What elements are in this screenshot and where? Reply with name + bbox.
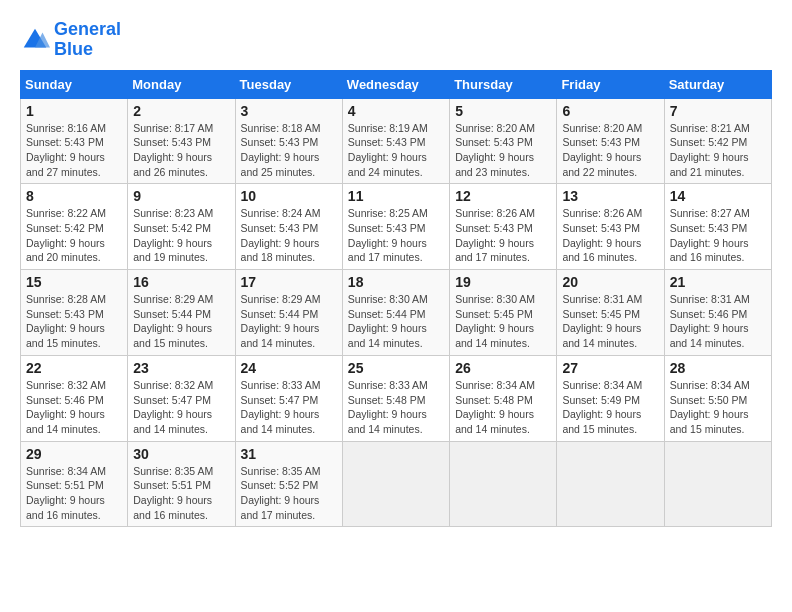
day-number: 1 — [26, 103, 122, 119]
logo: General Blue — [20, 20, 121, 60]
day-number: 16 — [133, 274, 229, 290]
calendar-cell: 25 Sunrise: 8:33 AM Sunset: 5:48 PM Dayl… — [342, 355, 449, 441]
calendar-cell — [664, 441, 771, 527]
calendar-cell: 27 Sunrise: 8:34 AM Sunset: 5:49 PM Dayl… — [557, 355, 664, 441]
day-info: Sunrise: 8:22 AM Sunset: 5:42 PM Dayligh… — [26, 206, 122, 265]
day-number: 9 — [133, 188, 229, 204]
calendar-cell: 2 Sunrise: 8:17 AM Sunset: 5:43 PM Dayli… — [128, 98, 235, 184]
day-number: 12 — [455, 188, 551, 204]
calendar-cell: 12 Sunrise: 8:26 AM Sunset: 5:43 PM Dayl… — [450, 184, 557, 270]
day-info: Sunrise: 8:23 AM Sunset: 5:42 PM Dayligh… — [133, 206, 229, 265]
day-of-week-header: Monday — [128, 70, 235, 98]
day-number: 17 — [241, 274, 337, 290]
calendar-cell: 26 Sunrise: 8:34 AM Sunset: 5:48 PM Dayl… — [450, 355, 557, 441]
calendar-week-row: 15 Sunrise: 8:28 AM Sunset: 5:43 PM Dayl… — [21, 270, 772, 356]
calendar-cell: 18 Sunrise: 8:30 AM Sunset: 5:44 PM Dayl… — [342, 270, 449, 356]
day-info: Sunrise: 8:21 AM Sunset: 5:42 PM Dayligh… — [670, 121, 766, 180]
day-of-week-header: Friday — [557, 70, 664, 98]
day-number: 24 — [241, 360, 337, 376]
day-number: 7 — [670, 103, 766, 119]
day-info: Sunrise: 8:16 AM Sunset: 5:43 PM Dayligh… — [26, 121, 122, 180]
day-number: 25 — [348, 360, 444, 376]
logo-text: General Blue — [54, 20, 121, 60]
day-info: Sunrise: 8:26 AM Sunset: 5:43 PM Dayligh… — [562, 206, 658, 265]
day-of-week-header: Saturday — [664, 70, 771, 98]
day-number: 18 — [348, 274, 444, 290]
calendar-cell — [342, 441, 449, 527]
day-number: 3 — [241, 103, 337, 119]
day-info: Sunrise: 8:32 AM Sunset: 5:46 PM Dayligh… — [26, 378, 122, 437]
day-number: 13 — [562, 188, 658, 204]
logo-icon — [20, 25, 50, 55]
calendar-cell: 6 Sunrise: 8:20 AM Sunset: 5:43 PM Dayli… — [557, 98, 664, 184]
calendar-cell: 21 Sunrise: 8:31 AM Sunset: 5:46 PM Dayl… — [664, 270, 771, 356]
calendar-cell: 4 Sunrise: 8:19 AM Sunset: 5:43 PM Dayli… — [342, 98, 449, 184]
calendar-cell — [557, 441, 664, 527]
day-number: 14 — [670, 188, 766, 204]
day-info: Sunrise: 8:32 AM Sunset: 5:47 PM Dayligh… — [133, 378, 229, 437]
day-info: Sunrise: 8:20 AM Sunset: 5:43 PM Dayligh… — [562, 121, 658, 180]
calendar-cell: 17 Sunrise: 8:29 AM Sunset: 5:44 PM Dayl… — [235, 270, 342, 356]
day-number: 19 — [455, 274, 551, 290]
day-info: Sunrise: 8:28 AM Sunset: 5:43 PM Dayligh… — [26, 292, 122, 351]
calendar-cell: 24 Sunrise: 8:33 AM Sunset: 5:47 PM Dayl… — [235, 355, 342, 441]
day-info: Sunrise: 8:29 AM Sunset: 5:44 PM Dayligh… — [241, 292, 337, 351]
calendar-cell — [450, 441, 557, 527]
day-number: 28 — [670, 360, 766, 376]
day-info: Sunrise: 8:30 AM Sunset: 5:45 PM Dayligh… — [455, 292, 551, 351]
day-info: Sunrise: 8:17 AM Sunset: 5:43 PM Dayligh… — [133, 121, 229, 180]
calendar-cell: 7 Sunrise: 8:21 AM Sunset: 5:42 PM Dayli… — [664, 98, 771, 184]
day-info: Sunrise: 8:24 AM Sunset: 5:43 PM Dayligh… — [241, 206, 337, 265]
calendar-cell: 13 Sunrise: 8:26 AM Sunset: 5:43 PM Dayl… — [557, 184, 664, 270]
day-number: 23 — [133, 360, 229, 376]
calendar-week-row: 29 Sunrise: 8:34 AM Sunset: 5:51 PM Dayl… — [21, 441, 772, 527]
day-number: 5 — [455, 103, 551, 119]
day-info: Sunrise: 8:35 AM Sunset: 5:51 PM Dayligh… — [133, 464, 229, 523]
calendar-cell: 29 Sunrise: 8:34 AM Sunset: 5:51 PM Dayl… — [21, 441, 128, 527]
day-info: Sunrise: 8:34 AM Sunset: 5:51 PM Dayligh… — [26, 464, 122, 523]
day-info: Sunrise: 8:25 AM Sunset: 5:43 PM Dayligh… — [348, 206, 444, 265]
page-header: General Blue — [20, 20, 772, 60]
day-number: 10 — [241, 188, 337, 204]
day-number: 15 — [26, 274, 122, 290]
day-info: Sunrise: 8:29 AM Sunset: 5:44 PM Dayligh… — [133, 292, 229, 351]
day-number: 30 — [133, 446, 229, 462]
calendar-cell: 31 Sunrise: 8:35 AM Sunset: 5:52 PM Dayl… — [235, 441, 342, 527]
day-info: Sunrise: 8:18 AM Sunset: 5:43 PM Dayligh… — [241, 121, 337, 180]
day-info: Sunrise: 8:31 AM Sunset: 5:45 PM Dayligh… — [562, 292, 658, 351]
day-number: 8 — [26, 188, 122, 204]
day-number: 20 — [562, 274, 658, 290]
day-info: Sunrise: 8:26 AM Sunset: 5:43 PM Dayligh… — [455, 206, 551, 265]
day-info: Sunrise: 8:35 AM Sunset: 5:52 PM Dayligh… — [241, 464, 337, 523]
day-info: Sunrise: 8:19 AM Sunset: 5:43 PM Dayligh… — [348, 121, 444, 180]
calendar-cell: 14 Sunrise: 8:27 AM Sunset: 5:43 PM Dayl… — [664, 184, 771, 270]
day-info: Sunrise: 8:34 AM Sunset: 5:50 PM Dayligh… — [670, 378, 766, 437]
day-number: 26 — [455, 360, 551, 376]
day-number: 29 — [26, 446, 122, 462]
day-number: 11 — [348, 188, 444, 204]
calendar-header-row: SundayMondayTuesdayWednesdayThursdayFrid… — [21, 70, 772, 98]
day-number: 21 — [670, 274, 766, 290]
day-info: Sunrise: 8:20 AM Sunset: 5:43 PM Dayligh… — [455, 121, 551, 180]
calendar-cell: 22 Sunrise: 8:32 AM Sunset: 5:46 PM Dayl… — [21, 355, 128, 441]
day-number: 2 — [133, 103, 229, 119]
calendar-week-row: 1 Sunrise: 8:16 AM Sunset: 5:43 PM Dayli… — [21, 98, 772, 184]
day-number: 22 — [26, 360, 122, 376]
calendar-cell: 3 Sunrise: 8:18 AM Sunset: 5:43 PM Dayli… — [235, 98, 342, 184]
calendar-table: SundayMondayTuesdayWednesdayThursdayFrid… — [20, 70, 772, 528]
day-of-week-header: Wednesday — [342, 70, 449, 98]
day-info: Sunrise: 8:30 AM Sunset: 5:44 PM Dayligh… — [348, 292, 444, 351]
calendar-cell: 16 Sunrise: 8:29 AM Sunset: 5:44 PM Dayl… — [128, 270, 235, 356]
calendar-week-row: 22 Sunrise: 8:32 AM Sunset: 5:46 PM Dayl… — [21, 355, 772, 441]
calendar-cell: 5 Sunrise: 8:20 AM Sunset: 5:43 PM Dayli… — [450, 98, 557, 184]
calendar-cell: 28 Sunrise: 8:34 AM Sunset: 5:50 PM Dayl… — [664, 355, 771, 441]
day-of-week-header: Sunday — [21, 70, 128, 98]
day-number: 4 — [348, 103, 444, 119]
calendar-cell: 8 Sunrise: 8:22 AM Sunset: 5:42 PM Dayli… — [21, 184, 128, 270]
calendar-cell: 20 Sunrise: 8:31 AM Sunset: 5:45 PM Dayl… — [557, 270, 664, 356]
day-info: Sunrise: 8:33 AM Sunset: 5:47 PM Dayligh… — [241, 378, 337, 437]
calendar-cell: 23 Sunrise: 8:32 AM Sunset: 5:47 PM Dayl… — [128, 355, 235, 441]
day-number: 6 — [562, 103, 658, 119]
day-info: Sunrise: 8:34 AM Sunset: 5:49 PM Dayligh… — [562, 378, 658, 437]
day-number: 31 — [241, 446, 337, 462]
